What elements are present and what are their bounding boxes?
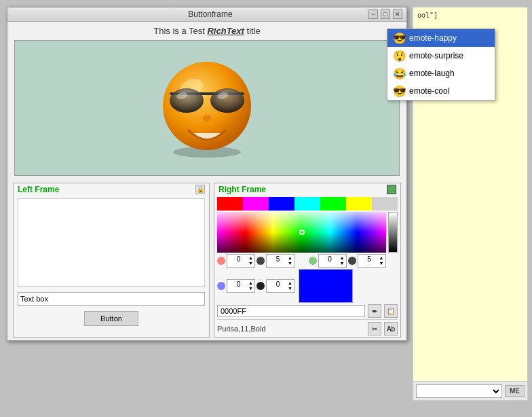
rp-dropdown[interactable] bbox=[416, 384, 502, 398]
header-richtext: RichText bbox=[207, 26, 244, 36]
r-down-arrow[interactable]: ▼ bbox=[248, 261, 253, 266]
color-picker-area[interactable] bbox=[217, 212, 398, 253]
right-frame: Right Frame bbox=[214, 183, 401, 338]
g-spinner-group: 0 ▲ ▼ 5 ▲ ▼ bbox=[309, 254, 398, 268]
a2-up-arrow[interactable]: ▲ bbox=[379, 255, 384, 261]
code-area: ool"] bbox=[413, 7, 527, 23]
svg-point-5 bbox=[210, 88, 244, 113]
right-frame-label: Right Frame bbox=[218, 185, 266, 194]
a2-arrows[interactable]: ▲ ▼ bbox=[379, 255, 384, 266]
b-arrows[interactable]: ▲ ▼ bbox=[248, 280, 253, 291]
rgba-grid: 0 ▲ ▼ 5 ▲ ▼ bbox=[217, 254, 398, 268]
a-spinner-1[interactable]: 5 ▲ ▼ bbox=[266, 254, 294, 268]
maximize-button[interactable]: □ bbox=[381, 10, 390, 19]
swatch-gray[interactable] bbox=[372, 197, 398, 211]
swatch-red[interactable] bbox=[217, 197, 243, 211]
main-window: Buttonframe − □ ✕ This is a Test RichTex… bbox=[7, 7, 407, 341]
b-spinner[interactable]: 0 ▲ ▼ bbox=[227, 279, 255, 293]
color-swatches bbox=[217, 197, 398, 211]
grid-icon[interactable] bbox=[387, 185, 396, 194]
swatch-magenta[interactable] bbox=[243, 197, 269, 211]
swatch-green[interactable] bbox=[320, 197, 346, 211]
left-frame-label: Left Frame bbox=[18, 185, 59, 194]
b-value: 0 bbox=[229, 280, 248, 291]
emote-surprise-label: emote-surprise bbox=[409, 51, 463, 60]
color-gradient[interactable] bbox=[217, 212, 386, 253]
minimize-button[interactable]: − bbox=[368, 10, 378, 19]
lock-icon[interactable]: 🔒 bbox=[195, 185, 205, 194]
hex-input[interactable] bbox=[217, 305, 365, 317]
b-down-arrow[interactable]: ▼ bbox=[248, 286, 253, 291]
svg-point-8 bbox=[203, 115, 211, 122]
r-dot bbox=[217, 257, 225, 265]
a-spinner-2[interactable]: 5 ▲ ▼ bbox=[358, 254, 386, 268]
titlebar: Buttonframe − □ ✕ bbox=[7, 7, 406, 22]
window-title: Buttonframe bbox=[52, 10, 368, 19]
copy-icon-button[interactable]: 📋 bbox=[384, 304, 398, 318]
color-preview-box[interactable] bbox=[299, 269, 353, 303]
font-picker-icon: Ab bbox=[387, 325, 395, 333]
emote-cool-icon: 😎 bbox=[393, 85, 405, 97]
dark-dot-1 bbox=[256, 257, 265, 265]
dark-dot-3 bbox=[256, 282, 265, 290]
a2-down-arrow[interactable]: ▼ bbox=[379, 261, 384, 266]
copy-icon: 📋 bbox=[387, 308, 395, 315]
a1-down-arrow[interactable]: ▼ bbox=[288, 261, 292, 266]
emoji-image bbox=[156, 57, 258, 159]
rp-me-button[interactable]: ME bbox=[505, 385, 525, 397]
button-widget[interactable]: Button bbox=[84, 311, 138, 326]
dropdown-item-happy[interactable]: 😎 emote-happy bbox=[387, 29, 495, 47]
r-spinner-group: 0 ▲ ▼ 5 ▲ ▼ bbox=[217, 254, 307, 268]
swatch-cyan[interactable] bbox=[294, 197, 320, 211]
g-value: 0 bbox=[320, 255, 340, 266]
font-row: Purisa,11,Bold ✂ Ab bbox=[217, 319, 398, 336]
r-value: 0 bbox=[229, 255, 248, 266]
code-snippet: ool"] bbox=[417, 12, 438, 19]
dropdown-item-surprise[interactable]: 😲 emote-surprise bbox=[387, 47, 495, 65]
r-up-arrow[interactable]: ▲ bbox=[248, 255, 253, 261]
g-up-arrow[interactable]: ▲ bbox=[340, 255, 345, 261]
header-prefix: This is a Test bbox=[153, 26, 207, 36]
titlebar-controls: − □ ✕ bbox=[368, 10, 402, 19]
a1-value: 5 bbox=[268, 255, 288, 266]
emote-cool-label: emote-cool bbox=[409, 86, 449, 96]
gradient-cursor bbox=[299, 230, 305, 235]
r-arrows[interactable]: ▲ ▼ bbox=[248, 255, 253, 266]
font-clear-icon: ✂ bbox=[372, 325, 377, 333]
left-frame-title: Left Frame 🔒 bbox=[14, 183, 209, 196]
header-suffix: title bbox=[244, 26, 261, 36]
g-dot bbox=[309, 257, 317, 265]
font-clear-button[interactable]: ✂ bbox=[368, 322, 381, 336]
text-box-input[interactable] bbox=[18, 292, 205, 306]
swatch-yellow[interactable] bbox=[346, 197, 372, 211]
g-arrows[interactable]: ▲ ▼ bbox=[340, 255, 345, 266]
brightness-slider[interactable] bbox=[388, 212, 398, 253]
a1-arrows[interactable]: ▲ ▼ bbox=[288, 255, 292, 266]
a3-arrows[interactable]: ▲ ▼ bbox=[288, 280, 292, 291]
dark-dot-2 bbox=[348, 257, 356, 265]
close-button[interactable]: ✕ bbox=[393, 10, 402, 19]
eyedropper-icon: ✒ bbox=[372, 308, 377, 315]
emote-dropdown: 😎 emote-happy 😲 emote-surprise 😂 emote-l… bbox=[387, 29, 495, 101]
window-header: This is a Test RichText title bbox=[7, 22, 406, 40]
g-spinner[interactable]: 0 ▲ ▼ bbox=[318, 254, 347, 268]
b-up-arrow[interactable]: ▲ bbox=[248, 280, 253, 286]
dropdown-item-cool[interactable]: 😎 emote-cool bbox=[387, 82, 495, 100]
a3-down-arrow[interactable]: ▼ bbox=[288, 286, 292, 291]
emote-happy-label: emote-happy bbox=[409, 33, 457, 43]
a-spinner-3[interactable]: 0 ▲ ▼ bbox=[266, 279, 294, 293]
eyedropper-button[interactable]: ✒ bbox=[368, 304, 381, 318]
r-spinner[interactable]: 0 ▲ ▼ bbox=[227, 254, 255, 268]
dropdown-item-laugh[interactable]: 😂 emote-laugh bbox=[387, 65, 495, 82]
b-dot bbox=[217, 282, 225, 290]
svg-point-4 bbox=[170, 88, 204, 113]
a3-up-arrow[interactable]: ▲ bbox=[288, 280, 292, 286]
frames-row: Left Frame 🔒 Button Right Frame bbox=[7, 180, 406, 340]
g-down-arrow[interactable]: ▼ bbox=[340, 261, 345, 266]
a3-value: 0 bbox=[268, 280, 288, 291]
a2-value: 5 bbox=[360, 255, 379, 266]
left-text-area[interactable] bbox=[18, 198, 205, 287]
swatch-blue[interactable] bbox=[269, 197, 294, 211]
a1-up-arrow[interactable]: ▲ bbox=[288, 255, 292, 261]
font-picker-button[interactable]: Ab bbox=[384, 322, 398, 336]
